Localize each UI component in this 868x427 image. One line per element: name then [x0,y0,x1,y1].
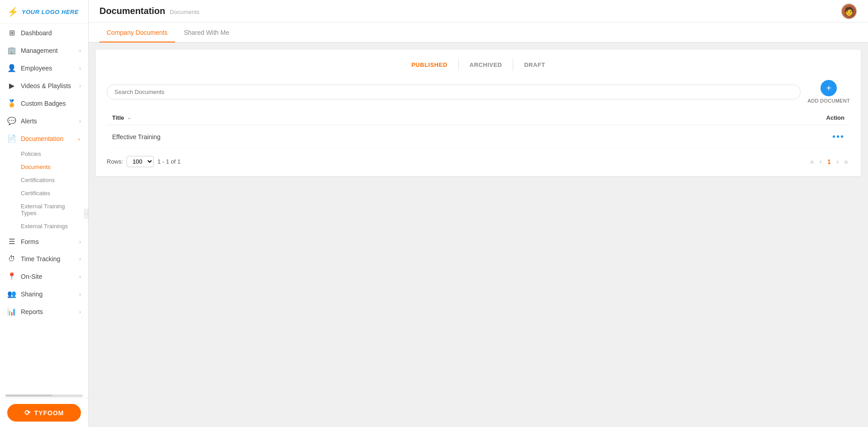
alerts-icon: 💬 [7,117,16,125]
sidebar-item-label: Dashboard [21,29,52,37]
subnav-item-ext-training-types[interactable]: External Training Types [0,200,88,220]
sidebar-item-label: Management [21,47,58,54]
h-scroll-area [0,394,88,398]
logo-area: ⚡ YOUR LOGO HERE [0,0,88,24]
sharing-icon: 👥 [7,290,16,298]
sidebar-item-dashboard[interactable]: ⊞ Dashboard [0,24,88,42]
forms-icon: ☰ [7,237,16,246]
tyfoom-icon: ⟳ [24,408,31,417]
topbar-title-area: Documentation Documents [99,6,199,16]
pagination-controls: « ‹ 1 › » [808,157,850,166]
title-column-header: Title ⌄ [107,111,605,125]
document-panel: PUBLISHED ARCHIVED DRAFT + ADD DOCUMENT [96,50,861,176]
sidebar-item-label: Custom Badges [21,100,66,107]
chevron-right-icon: › [79,256,81,262]
sidebar-item-label: Alerts [21,117,37,125]
tab-company-documents[interactable]: Company Documents [99,23,175,42]
sidebar-item-time-tracking[interactable]: ⏱ Time Tracking › [0,250,88,267]
status-tab-draft[interactable]: DRAFT [513,59,556,71]
subnav-item-documents[interactable]: Documents [0,160,88,174]
sidebar-item-label: Reports [21,308,43,315]
page-title: Documentation [99,6,165,16]
sidebar-item-employees[interactable]: 👤 Employees › [0,59,88,77]
subnav-item-certifications[interactable]: Certifications [0,174,88,187]
sidebar-item-forms[interactable]: ☰ Forms › [0,233,88,250]
page-count: 1 - 1 of 1 [157,158,180,165]
logo-text: YOUR LOGO HERE [22,9,79,15]
sidebar-item-label: Documentation [21,135,63,142]
chevron-right-icon: › [79,48,81,53]
chevron-right-icon: › [79,118,81,124]
table-body: Effective Training ••• [107,125,850,149]
chevron-right-icon: › [79,309,81,314]
sidebar-item-reports[interactable]: 📊 Reports › [0,303,88,320]
pagination: Rows: 100 10 25 50 1 - 1 of 1 « ‹ 1 › » [107,156,850,167]
h-scrollbar-thumb [5,394,52,396]
management-icon: 🏢 [7,46,16,55]
sidebar-item-management[interactable]: 🏢 Management › [0,42,88,59]
status-tabs: PUBLISHED ARCHIVED DRAFT [107,59,850,71]
reports-icon: 📊 [7,307,16,316]
status-tab-archived[interactable]: ARCHIVED [459,59,514,71]
documentation-subnav: Policies Documents Certifications Certif… [0,147,88,233]
documents-table: Title ⌄ Action Effective Training [107,111,850,149]
first-page-button[interactable]: « [808,157,816,166]
on-site-icon: 📍 [7,272,16,281]
sidebar-item-videos[interactable]: ▶ Videos & Playlists › [0,77,88,94]
subnav-item-ext-trainings[interactable]: External Trainings [0,220,88,233]
sidebar-item-label: On-Site [21,273,42,280]
next-page-button[interactable]: › [835,157,840,166]
chevron-down-icon: ⌄ [77,136,81,141]
sidebar: ⚡ YOUR LOGO HERE ⊞ Dashboard 🏢 Managemen… [0,0,89,427]
tyfoom-button[interactable]: ⟳ TYFOOM [7,404,81,422]
action-menu-button[interactable]: ••• [832,131,844,141]
tab-shared-with-me[interactable]: Shared With Me [177,23,236,42]
sidebar-item-label: Time Tracking [21,255,60,263]
sidebar-item-alerts[interactable]: 💬 Alerts › [0,112,88,130]
action-column-header: Action [605,111,850,125]
sidebar-item-custom-badges[interactable]: 🏅 Custom Badges [0,94,88,112]
content-area: Company Documents Shared With Me PUBLISH… [89,23,868,427]
add-document-button[interactable]: + ADD DOCUMENT [808,80,850,103]
sidebar-item-label: Forms [21,238,39,245]
subnav-item-policies[interactable]: Policies [0,147,88,160]
chevron-right-icon: › [79,291,81,297]
sidebar-item-label: Videos & Playlists [21,82,71,89]
h-scrollbar[interactable] [5,394,83,397]
search-input[interactable] [107,84,801,99]
user-avatar[interactable]: 🧑 [841,3,857,19]
logo-icon: ⚡ [7,6,19,17]
tab-bar: Company Documents Shared With Me [89,23,868,42]
document-action-cell: ••• [605,125,850,149]
subnav-item-certificates[interactable]: Certificates [0,187,88,200]
videos-icon: ▶ [7,81,16,90]
sort-icon[interactable]: ⌄ [127,115,131,121]
time-tracking-icon: ⏱ [7,255,16,263]
document-title-cell: Effective Training [107,125,605,149]
chevron-right-icon: › [79,83,81,89]
chevron-right-icon: › [79,239,81,244]
tyfoom-label: TYFOOM [34,409,64,417]
status-tab-published[interactable]: PUBLISHED [401,59,459,71]
main-content: Documentation Documents 🧑 Company Docume… [89,0,868,427]
table-header: Title ⌄ Action [107,111,850,125]
rows-per-page-select[interactable]: 100 10 25 50 [127,156,154,167]
search-add-row: + ADD DOCUMENT [107,80,850,103]
logo: ⚡ YOUR LOGO HERE [7,6,81,17]
page-1-button[interactable]: 1 [826,158,833,166]
sidebar-item-on-site[interactable]: 📍 On-Site › [0,267,88,285]
sidebar-bottom: ⟳ TYFOOM [0,398,88,427]
rows-label: Rows: [107,158,123,165]
chevron-right-icon: › [79,274,81,279]
sidebar-resize-handle[interactable]: › [84,209,88,218]
sidebar-item-sharing[interactable]: 👥 Sharing › [0,285,88,303]
sidebar-item-documentation[interactable]: 📄 Documentation ⌄ [0,130,88,147]
prev-page-button[interactable]: ‹ [818,157,824,166]
add-icon: + [821,80,837,96]
last-page-button[interactable]: » [842,157,850,166]
documentation-icon: 📄 [7,134,16,143]
table-row: Effective Training ••• [107,125,850,149]
breadcrumb: Documents [170,9,200,15]
sidebar-nav: ⊞ Dashboard 🏢 Management › 👤 Employees ›… [0,24,88,394]
chevron-right-icon: › [79,66,81,71]
